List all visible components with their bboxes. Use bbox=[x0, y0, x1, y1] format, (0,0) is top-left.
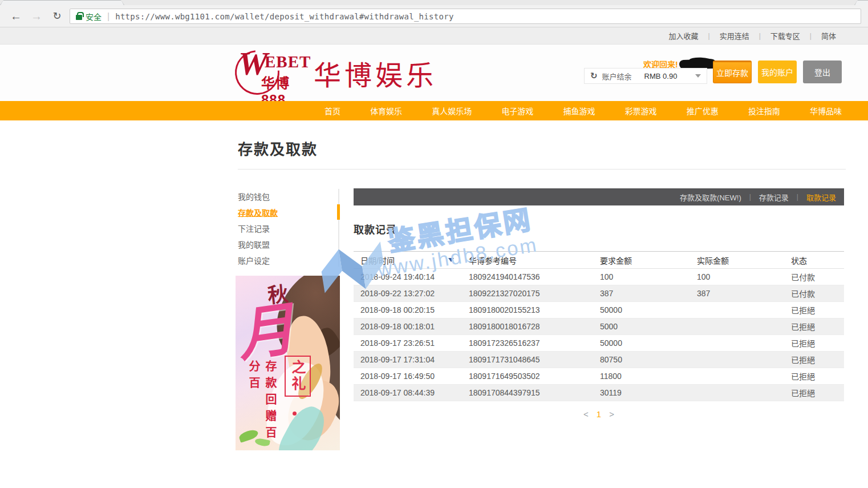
logo-name: 华博娱乐 bbox=[314, 53, 437, 93]
nav-item[interactable]: 华博品味 bbox=[808, 105, 844, 116]
nav-item[interactable]: 电子游戏 bbox=[499, 105, 536, 116]
utility-separator: | bbox=[759, 32, 761, 40]
nav-item[interactable]: 真人娱乐场 bbox=[429, 105, 474, 116]
utility-item: 实用连结 | bbox=[720, 30, 770, 41]
cell-actual-amount bbox=[690, 352, 784, 368]
column-header-status: 状态 bbox=[784, 252, 844, 269]
promo-text-gift: 之礼 bbox=[285, 356, 311, 397]
cell-actual-amount bbox=[690, 385, 784, 401]
cell-reference: 1809172326516237 bbox=[462, 335, 593, 352]
omnibox-divider: | bbox=[107, 11, 109, 22]
cell-date: 2018-09-17 23:26:51 bbox=[354, 335, 462, 352]
balance-refresh-icon[interactable]: ↻ bbox=[590, 71, 598, 81]
forward-icon[interactable]: → bbox=[29, 8, 44, 24]
cell-status: 已拒絕 bbox=[784, 352, 844, 368]
secure-label: 安全 bbox=[86, 11, 102, 22]
cell-reference: 1809180018016728 bbox=[462, 318, 593, 335]
table-row: 2018-09-22 13:27:02 1809221327020175 387… bbox=[354, 285, 844, 302]
address-bar[interactable]: 安全 | https://www.wbg1101.com/wallet/depo… bbox=[70, 9, 861, 24]
wallet-tab: 存款及取款(NEW!) | bbox=[680, 192, 759, 203]
nav-item[interactable]: 推广优惠 bbox=[684, 105, 721, 116]
cell-actual-amount: 100 bbox=[690, 269, 784, 285]
cell-actual-amount: 387 bbox=[690, 285, 784, 302]
sidebar-item[interactable]: 我的联盟 bbox=[238, 237, 335, 253]
nav-item[interactable]: 首页 bbox=[322, 105, 343, 116]
sidebar-item[interactable]: 下注记录 bbox=[238, 221, 335, 237]
table-row: 2018-09-17 17:31:04 1809171731048645 807… bbox=[354, 352, 844, 368]
cell-requested-amount: 387 bbox=[593, 285, 690, 302]
page-body: 存款及取款 我的钱包 存款及取款 下注记录 我的联盟 账户设定 bbox=[0, 120, 868, 488]
browser-tab[interactable] bbox=[0, 0, 124, 5]
table-row: 2018-09-24 19:40:14 1809241940147536 100… bbox=[354, 269, 844, 285]
refresh-icon[interactable]: ↻ bbox=[49, 8, 65, 24]
sort-descending-icon[interactable] bbox=[448, 258, 454, 262]
pagination-prev[interactable]: < bbox=[583, 409, 589, 419]
sidebar-active-marker bbox=[337, 204, 340, 220]
deposit-now-button[interactable]: 立即存款 bbox=[713, 61, 752, 83]
section-title: 取款记录 bbox=[354, 221, 844, 236]
utility-item: 简体 | bbox=[821, 30, 836, 41]
balance-dropdown-icon[interactable] bbox=[695, 74, 701, 78]
cell-date: 2018-09-17 17:31:04 bbox=[354, 352, 462, 368]
cell-requested-amount: 50000 bbox=[593, 302, 690, 318]
cell-date: 2018-09-22 13:27:02 bbox=[354, 285, 462, 302]
cell-status: 已拒絕 bbox=[784, 335, 844, 352]
site-logo[interactable]: W EBET 华博888 华博娱乐 bbox=[235, 48, 437, 98]
wallet-tab-label[interactable]: 存款记录 bbox=[759, 192, 789, 203]
cell-status: 已付款 bbox=[784, 269, 844, 285]
sidebar-item[interactable]: 我的钱包 bbox=[238, 189, 335, 205]
my-account-button[interactable]: 我的账户 bbox=[758, 61, 797, 83]
cell-actual-amount bbox=[690, 335, 784, 352]
promo-banner[interactable]: 秋 月 之礼 存款回赠百分百 bbox=[236, 276, 340, 450]
cell-date: 2018-09-18 00:18:01 bbox=[354, 318, 462, 335]
utility-separator: | bbox=[810, 32, 812, 40]
pagination-next[interactable]: > bbox=[609, 409, 614, 419]
logout-button[interactable]: 登出 bbox=[803, 61, 842, 83]
pagination: < 1 > bbox=[354, 409, 844, 419]
sidebar-divider bbox=[338, 189, 339, 267]
cell-reference: 1809171649503502 bbox=[462, 368, 593, 385]
nav-item[interactable]: 捕鱼游戏 bbox=[561, 105, 598, 116]
nav-item[interactable]: 投注指南 bbox=[746, 105, 782, 116]
nav-item[interactable]: 彩票游戏 bbox=[623, 105, 659, 116]
table-row: 2018-09-17 16:49:50 1809171649503502 118… bbox=[354, 368, 844, 385]
wallet-tab-label[interactable]: 取款记录 bbox=[806, 192, 836, 203]
nav-item[interactable]: 体育娱乐 bbox=[368, 105, 404, 116]
column-label: 日期/时间 bbox=[360, 256, 395, 265]
cell-date: 2018-09-17 08:44:39 bbox=[354, 385, 462, 401]
main-content: 存款及取款(NEW!) | 存款记录 | 取款记录 | 取款记录 bbox=[354, 188, 844, 419]
cell-reference: 1809241940147536 bbox=[462, 269, 593, 285]
sidebar-item[interactable]: 账户设定 bbox=[238, 253, 335, 269]
utility-link[interactable]: 简体 bbox=[821, 30, 836, 41]
cell-status: 已付款 bbox=[784, 285, 844, 302]
column-header-date[interactable]: 日期/时间 bbox=[354, 252, 462, 269]
utility-link[interactable]: 加入收藏 bbox=[669, 30, 699, 41]
table-header-row: 日期/时间 华博参考编号 要求金额 实际金额 状态 bbox=[354, 252, 844, 269]
browser-tab-strip bbox=[0, 0, 868, 5]
cell-requested-amount: 50000 bbox=[593, 335, 690, 352]
wallet-tab: 存款记录 | bbox=[759, 192, 806, 203]
url-text: https://www.wbg1101.com/wallet/deposit_w… bbox=[115, 12, 454, 21]
utility-link[interactable]: 实用连结 bbox=[720, 30, 749, 41]
cell-actual-amount bbox=[690, 368, 784, 385]
wallet-tab-bar: 存款及取款(NEW!) | 存款记录 | 取款记录 | bbox=[354, 188, 844, 205]
cell-requested-amount: 100 bbox=[593, 269, 690, 285]
promo-dot bbox=[293, 412, 297, 416]
browser-tab-partial[interactable] bbox=[854, 0, 868, 5]
pagination-page-1[interactable]: 1 bbox=[597, 409, 601, 419]
cell-requested-amount: 30119 bbox=[593, 385, 690, 401]
logo-ebet: EBET bbox=[265, 53, 311, 71]
wallet-tab-label[interactable]: 存款及取款(NEW!) bbox=[680, 192, 741, 203]
title-divider bbox=[238, 169, 846, 170]
utility-separator: | bbox=[708, 32, 710, 40]
cell-date: 2018-09-17 16:49:50 bbox=[354, 368, 462, 385]
back-icon[interactable]: ← bbox=[8, 8, 24, 24]
wallet-tab-separator: | bbox=[797, 193, 798, 201]
page-title: 存款及取款 bbox=[238, 138, 318, 159]
cell-actual-amount bbox=[690, 318, 784, 335]
utility-link[interactable]: 下载专区 bbox=[770, 30, 800, 41]
balance-widget: ↻ 账户结余 RMB 0.90 bbox=[584, 68, 707, 84]
withdrawal-history-table: 日期/时间 华博参考编号 要求金额 实际金额 状态 2018-09-24 19:… bbox=[354, 251, 844, 401]
sidebar-item[interactable]: 存款及取款 bbox=[238, 205, 335, 221]
cell-reference: 1809170844397915 bbox=[462, 385, 593, 401]
